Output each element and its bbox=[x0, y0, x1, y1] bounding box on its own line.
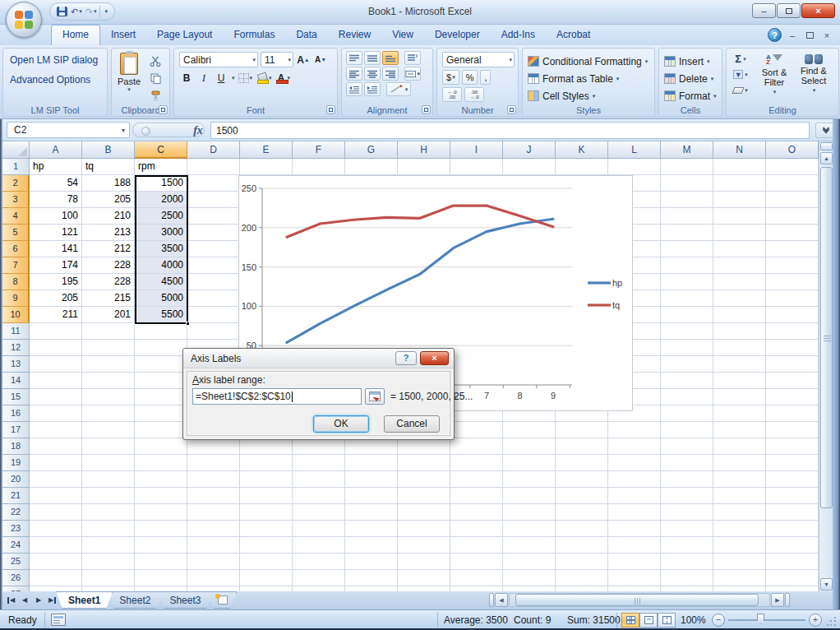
cell-B11[interactable] bbox=[82, 323, 135, 340]
workbook-minimize-button[interactable]: – bbox=[786, 30, 799, 40]
tab-split-handle[interactable] bbox=[489, 593, 494, 607]
cell-M8[interactable] bbox=[661, 274, 713, 290]
workbook-close-button[interactable]: × bbox=[820, 30, 833, 40]
cell-M16[interactable] bbox=[661, 405, 713, 422]
cell-M17[interactable] bbox=[661, 422, 713, 438]
cell-A18[interactable] bbox=[30, 438, 82, 455]
cell-M15[interactable] bbox=[661, 389, 713, 405]
cell-C4[interactable]: 2500 bbox=[135, 208, 187, 225]
cell-D6[interactable] bbox=[187, 241, 240, 257]
cell-D24[interactable] bbox=[187, 537, 240, 554]
row-header-4[interactable]: 4 bbox=[2, 208, 30, 225]
clear-button[interactable]: ▾ bbox=[730, 83, 751, 97]
cell-B19[interactable] bbox=[82, 455, 135, 471]
cell-A9[interactable]: 205 bbox=[30, 290, 82, 307]
row-header-22[interactable]: 22 bbox=[2, 504, 30, 521]
row-header-24[interactable]: 24 bbox=[2, 537, 30, 554]
cell-B5[interactable]: 213 bbox=[82, 225, 135, 241]
decrease-indent-button[interactable] bbox=[346, 82, 362, 96]
cell-C5[interactable]: 3000 bbox=[135, 225, 187, 241]
column-header-G[interactable]: G bbox=[345, 141, 398, 159]
cell-D5[interactable] bbox=[187, 225, 240, 241]
cell-O25[interactable] bbox=[766, 554, 819, 570]
font-family-combo[interactable]: Calibri▾ bbox=[179, 52, 258, 67]
row-header-12[interactable]: 12 bbox=[2, 340, 30, 356]
cell-D18[interactable] bbox=[187, 438, 240, 455]
cell-M22[interactable] bbox=[661, 504, 713, 521]
column-header-D[interactable]: D bbox=[187, 141, 240, 159]
cell-C16[interactable] bbox=[135, 405, 187, 422]
cell-K20[interactable] bbox=[556, 471, 608, 488]
cell-B21[interactable] bbox=[82, 488, 135, 504]
cell-A26[interactable] bbox=[30, 570, 82, 586]
cell-C13[interactable] bbox=[135, 356, 187, 373]
cell-F1[interactable] bbox=[293, 159, 345, 175]
cell-L21[interactable] bbox=[608, 488, 661, 504]
cell-A14[interactable] bbox=[30, 373, 82, 389]
cell-F21[interactable] bbox=[293, 488, 345, 504]
cell-B17[interactable] bbox=[82, 422, 135, 438]
sheet-tab-sheet3[interactable]: Sheet3 bbox=[157, 591, 213, 609]
zoom-out-button[interactable]: − bbox=[712, 614, 725, 627]
cell-N7[interactable] bbox=[713, 257, 766, 274]
row-header-5[interactable]: 5 bbox=[2, 225, 30, 241]
cell-F22[interactable] bbox=[293, 504, 345, 521]
minimize-button[interactable]: – bbox=[752, 3, 776, 18]
cell-B3[interactable]: 205 bbox=[82, 192, 135, 208]
page-break-view-button[interactable] bbox=[658, 613, 676, 628]
cell-G18[interactable] bbox=[345, 438, 398, 455]
cell-N9[interactable] bbox=[713, 290, 766, 307]
normal-view-button[interactable] bbox=[621, 613, 639, 628]
scroll-down-button[interactable]: ▼ bbox=[820, 578, 833, 591]
cell-C2[interactable]: 1500 bbox=[135, 175, 187, 192]
cell-G26[interactable] bbox=[345, 570, 398, 586]
insert-cells-button[interactable]: Insert▾ bbox=[664, 53, 720, 70]
cell-O16[interactable] bbox=[766, 405, 819, 422]
row-header-1[interactable]: 1 bbox=[2, 159, 30, 175]
cell-I22[interactable] bbox=[450, 504, 503, 521]
ribbon-tab-formulas[interactable]: Formulas bbox=[223, 25, 285, 45]
column-header-C[interactable]: C bbox=[135, 141, 187, 159]
cell-J19[interactable] bbox=[503, 455, 556, 471]
align-left-button[interactable] bbox=[346, 67, 362, 81]
borders-button[interactable]: ▾ bbox=[238, 71, 254, 86]
row-header-17[interactable]: 17 bbox=[2, 422, 30, 438]
cell-G24[interactable] bbox=[345, 537, 398, 554]
shrink-font-button[interactable]: A▼ bbox=[313, 53, 328, 67]
cell-B8[interactable]: 228 bbox=[82, 274, 135, 290]
cell-L19[interactable] bbox=[608, 455, 661, 471]
cell-styles-button[interactable]: Cell Styles▾ bbox=[528, 87, 653, 104]
cell-O26[interactable] bbox=[766, 570, 819, 586]
cell-A20[interactable] bbox=[30, 471, 82, 488]
cell-H18[interactable] bbox=[398, 438, 450, 455]
cell-E19[interactable] bbox=[240, 455, 293, 471]
cell-I26[interactable] bbox=[450, 570, 503, 586]
orientation-button[interactable] bbox=[404, 51, 421, 65]
row-header-3[interactable]: 3 bbox=[2, 192, 30, 208]
increase-indent-button[interactable] bbox=[364, 82, 381, 96]
cell-N22[interactable] bbox=[713, 504, 766, 521]
sheet-tab-sheet1[interactable]: Sheet1 bbox=[56, 591, 113, 609]
cell-A6[interactable]: 141 bbox=[30, 241, 82, 257]
cell-G1[interactable] bbox=[345, 159, 398, 175]
format-painter-button[interactable] bbox=[146, 88, 164, 103]
cell-C12[interactable] bbox=[135, 340, 187, 356]
cell-M21[interactable] bbox=[661, 488, 713, 504]
cell-E18[interactable] bbox=[240, 438, 293, 455]
cell-J17[interactable] bbox=[503, 422, 556, 438]
cell-N18[interactable] bbox=[713, 438, 766, 455]
column-header-O[interactable]: O bbox=[766, 141, 819, 159]
help-button[interactable]: ? bbox=[768, 28, 782, 42]
cancel-button[interactable]: Cancel bbox=[384, 415, 440, 433]
cell-D3[interactable] bbox=[187, 192, 240, 208]
cell-M13[interactable] bbox=[661, 356, 713, 373]
merge-center-button[interactable]: ▾ bbox=[404, 67, 421, 81]
bold-button[interactable]: B bbox=[179, 71, 194, 86]
cell-E26[interactable] bbox=[240, 570, 293, 586]
cell-O20[interactable] bbox=[766, 471, 819, 488]
cell-J20[interactable] bbox=[503, 471, 556, 488]
column-header-F[interactable]: F bbox=[293, 141, 345, 159]
cell-I25[interactable] bbox=[450, 554, 503, 570]
cell-C23[interactable] bbox=[135, 521, 187, 537]
cell-F26[interactable] bbox=[293, 570, 345, 586]
